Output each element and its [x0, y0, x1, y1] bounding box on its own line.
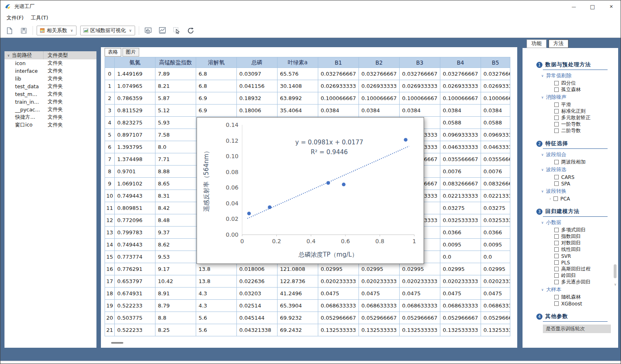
table-cell[interactable]: 8.25: [155, 324, 196, 336]
table-cell[interactable]: 7.58: [155, 129, 196, 141]
method-item[interactable]: 标准化正则: [554, 108, 612, 114]
table-cell[interactable]: 0.0588: [481, 117, 510, 129]
table-cell[interactable]: 0.04321338: [237, 324, 278, 336]
table-cell[interactable]: 0.132533333: [400, 324, 440, 336]
row-index[interactable]: 2: [105, 92, 115, 105]
table-cell[interactable]: 0.09693333: [481, 129, 510, 141]
save-button[interactable]: [18, 25, 29, 36]
table-cell[interactable]: 0.02995: [359, 263, 400, 275]
correlation-dropdown[interactable]: 相关系数 ∨: [37, 26, 77, 35]
table-cell[interactable]: 0.522233: [115, 324, 155, 336]
table-cell[interactable]: 0.03275: [440, 202, 481, 214]
horizontal-scrollbar-thumb[interactable]: [111, 342, 123, 344]
table-cell[interactable]: 0.02514: [237, 300, 278, 312]
table-cell[interactable]: 6.8: [196, 68, 237, 80]
checkbox[interactable]: [554, 129, 559, 133]
column-header[interactable]: 氨氮: [115, 57, 155, 68]
tab-function[interactable]: 功能: [527, 39, 547, 48]
checkbox[interactable]: [554, 109, 559, 113]
table-cell[interactable]: 8.31: [155, 190, 196, 202]
vertical-scrollbar-track[interactable]: ∨: [613, 64, 617, 288]
table-cell[interactable]: 0.046333333: [440, 141, 481, 153]
table-cell[interactable]: 13.8: [196, 263, 237, 275]
table-cell[interactable]: 121.0808: [278, 263, 318, 275]
table-cell[interactable]: 0.0095: [481, 239, 510, 251]
table-cell[interactable]: 0.08326666: [481, 178, 510, 190]
table-cell[interactable]: 5.12: [155, 105, 196, 117]
column-header[interactable]: 总磷: [237, 57, 278, 68]
checkbox[interactable]: [554, 254, 559, 258]
table-cell[interactable]: 0.052966667: [359, 312, 400, 324]
table-cell[interactable]: 0.811529: [115, 105, 155, 117]
checkbox[interactable]: [554, 295, 559, 299]
table-cell[interactable]: 0.083266667: [440, 178, 481, 190]
chevron-down-icon[interactable]: ∨: [541, 190, 544, 193]
column-header[interactable]: B4: [440, 57, 481, 68]
row-index[interactable]: 16: [105, 263, 115, 275]
table-cell[interactable]: 0.032766667: [318, 68, 359, 80]
checkbox[interactable]: [554, 87, 559, 92]
table-cell[interactable]: 5.93: [155, 117, 196, 129]
table-cell[interactable]: 0.02693333: [481, 80, 510, 92]
method-item[interactable]: 岭回归: [554, 272, 612, 279]
table-cell[interactable]: 0.026933333: [400, 80, 440, 92]
table-cell[interactable]: 0.749443: [115, 239, 155, 251]
row-index[interactable]: 6: [105, 141, 115, 153]
table-cell[interactable]: 0.0095: [440, 239, 481, 251]
table-cell[interactable]: 0.06863333: [481, 300, 510, 312]
method-item[interactable]: 多项式回归: [554, 227, 612, 233]
table-cell[interactable]: 0.03276666: [481, 68, 510, 80]
table-cell[interactable]: 0.786359: [115, 92, 155, 105]
row-index[interactable]: 21: [105, 324, 115, 336]
table-cell[interactable]: 0.068633333: [318, 300, 359, 312]
table-cell[interactable]: 0.100066667: [318, 92, 359, 105]
method-group[interactable]: ∨波段筛选: [541, 166, 612, 173]
table-cell[interactable]: 5.6: [196, 324, 237, 336]
table-cell[interactable]: 0.052966667: [400, 312, 440, 324]
table-cell[interactable]: 0.0384: [440, 105, 481, 117]
table-cell[interactable]: 0.0384: [481, 105, 510, 117]
row-index[interactable]: 18: [105, 288, 115, 300]
table-cell[interactable]: 0.068633333: [440, 300, 481, 312]
column-header[interactable]: 溶解氧: [196, 57, 237, 68]
row-index[interactable]: 13: [105, 227, 115, 239]
chevron-down-icon[interactable]: ∨: [541, 153, 544, 157]
file-tree-row[interactable]: __pycac...文件夹: [4, 106, 96, 113]
tab-image[interactable]: 图片: [122, 48, 139, 57]
file-name[interactable]: __pycac...: [4, 107, 44, 113]
table-cell[interactable]: 0.0366: [440, 227, 481, 239]
table-cell[interactable]: 35.4064: [278, 105, 318, 117]
table-cell[interactable]: 0.02995: [481, 263, 510, 275]
table-cell[interactable]: 0.0475: [400, 288, 440, 300]
method-item[interactable]: 高斯回归过程: [554, 266, 612, 272]
checkbox[interactable]: [554, 234, 559, 239]
table-cell[interactable]: 9.53: [155, 251, 196, 263]
method-item[interactable]: 多元逐步回归: [554, 279, 612, 285]
table-cell[interactable]: 0.100066667: [440, 92, 481, 105]
table-cell[interactable]: 8.91: [155, 288, 196, 300]
chevron-down-icon[interactable]: ∨: [541, 168, 544, 172]
chevron-down-icon[interactable]: ∨: [541, 96, 544, 99]
table-cell[interactable]: 122.8736: [278, 275, 318, 288]
column-header[interactable]: B2: [359, 57, 400, 68]
file-name[interactable]: lib: [4, 76, 44, 82]
table-cell[interactable]: 0.022133333: [440, 190, 481, 202]
tab-table[interactable]: 表格: [105, 48, 121, 57]
checkbox[interactable]: [554, 81, 559, 85]
table-cell[interactable]: 0.032766667: [400, 68, 440, 80]
table-cell[interactable]: 8.65: [155, 178, 196, 190]
table-cell[interactable]: 0.020233333: [440, 275, 481, 288]
table-cell[interactable]: 0.026933333: [318, 80, 359, 92]
menu-file[interactable]: 文件(F): [3, 13, 27, 23]
table-cell[interactable]: 65.576: [278, 68, 318, 80]
table-cell[interactable]: 0.799783: [115, 227, 155, 239]
table-cell[interactable]: 10.42: [155, 275, 196, 288]
table-cell[interactable]: 0.02213333: [481, 190, 510, 202]
table-cell[interactable]: 0.02995: [318, 263, 359, 275]
table-cell[interactable]: 0.03275: [481, 202, 510, 214]
table-cell[interactable]: 0.052966667: [318, 312, 359, 324]
table-cell[interactable]: 8.21: [155, 80, 196, 92]
method-group[interactable]: ∨波段组合: [541, 151, 612, 158]
method-item[interactable]: 线性回归: [554, 246, 612, 253]
file-tree-row[interactable]: test_m...文件夹: [4, 90, 96, 98]
